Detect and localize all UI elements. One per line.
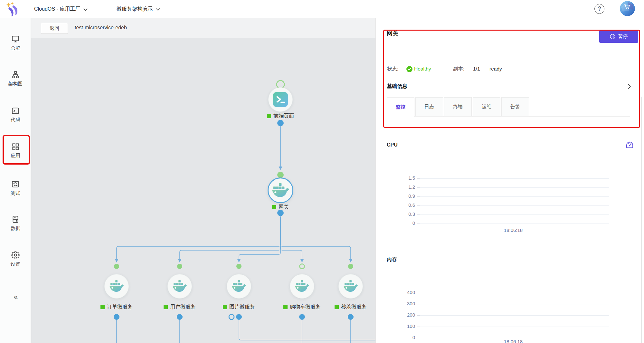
sidebar-item-settings[interactable]: 设置 [0,251,31,267]
gridline [419,304,609,304]
top-header: CloudOS - 应用工厂 微服务架构演示 ? [0,0,644,18]
y-tick: 300 [385,301,415,306]
gridline [419,187,609,188]
docker-whale-icon [295,280,309,292]
panel-tabs: 监控 日志 终端 运维 告警 [387,97,529,117]
docker-whale-icon [109,280,124,292]
gridline [419,205,609,206]
architecture-canvas[interactable]: 前端页面 网关 订单微服务 用户微服务 图片微服务 [31,38,375,343]
node-image-service[interactable] [227,274,251,299]
chevron-right-icon[interactable] [627,84,632,89]
sidebar-item-label: 测试 [0,190,31,196]
page-toolbar: 返回 test-microservice-edeb [31,18,375,38]
y-tick: 200 [385,312,415,318]
tick [417,304,420,304]
database-icon [11,215,20,224]
product-menu[interactable]: CloudOS - 应用工厂 [34,0,88,18]
sidebar-item-label: 应用 [0,153,31,159]
sidebar-item-label: 总览 [0,45,31,51]
help-icon[interactable]: ? [594,4,604,14]
node-frontend[interactable] [268,87,293,112]
node-user-service[interactable] [167,274,192,299]
tab-terminal[interactable]: 终端 [444,97,472,116]
sidebar-item-applications[interactable]: 应用 [0,142,31,159]
tab-alerts[interactable]: 告警 [501,97,529,116]
overview-monitor-icon [11,35,20,43]
back-button[interactable]: 返回 [41,23,68,34]
code-terminal-icon [11,107,20,115]
gridline [419,315,609,316]
x-tick: 18:06:18 [504,227,523,233]
tab-logs[interactable]: 日志 [415,97,443,116]
workspace-menu[interactable]: 微服务架构演示 [117,0,160,18]
sidebar-collapse-button[interactable]: « [0,292,31,301]
panel-scrollbar[interactable] [641,97,642,343]
tick [417,315,420,316]
pause-icon [610,34,615,39]
y-tick: 0.6 [385,202,415,208]
y-tick: 100 [385,323,415,329]
graph-edges [31,38,375,343]
y-tick: 1.5 [385,175,415,181]
gridline [419,327,609,327]
y-tick: 0.9 [385,193,415,199]
sidebar-item-code[interactable]: 代码 [0,107,31,123]
divider [387,51,639,51]
node-gateway[interactable] [268,177,293,203]
healthy-check-icon [406,66,412,72]
node-label-order: 订单微服务 [100,304,133,310]
tick [417,293,420,293]
status-row: 状态: Healthy 副本: 1/1 ready [376,65,644,73]
tick [417,224,420,224]
docker-whale-icon [343,280,358,292]
cloudos-logo-icon [5,2,19,16]
tab-operations[interactable]: 运维 [473,97,500,116]
replicas-label: 副本: [453,65,464,73]
settings-gear-icon [11,251,20,259]
sidebar-item-test[interactable]: 测试 [0,180,31,196]
y-tick: 400 [385,290,415,295]
status-square [223,305,227,309]
sidebar-item-label: 数据 [0,225,31,232]
gauge-icon[interactable] [625,140,634,148]
status-square [335,305,339,309]
gridline [419,196,609,197]
docker-whale-icon [172,280,187,292]
status-square [164,305,168,309]
tab-monitoring[interactable]: 监控 [387,97,414,117]
node-seckill-service[interactable] [338,274,363,299]
node-order-service[interactable] [104,274,129,299]
status-square [272,205,276,209]
gridline [419,178,609,179]
node-label-image: 图片微服务 [223,304,255,310]
replicas-value: 1/1 [473,65,480,73]
pause-button-label: 暂停 [618,33,628,40]
basic-info-heading: 基础信息 [387,83,407,90]
chevron-down-icon [156,8,160,11]
sidebar-item-architecture[interactable]: 架构图 [0,71,31,87]
workspace-menu-label: 微服务架构演示 [117,6,153,13]
node-cart-service[interactable] [290,274,314,299]
user-avatar[interactable] [620,1,635,16]
chevron-down-icon [83,8,88,11]
tick [417,327,420,327]
sidebar-item-label: 架构图 [0,81,31,87]
pause-button[interactable]: 暂停 [599,30,638,43]
sidebar-item-overview[interactable]: 总览 [0,35,31,51]
edge-lines [117,126,375,343]
tick [417,178,420,179]
node-label-cart: 购物车微服务 [283,304,321,310]
status-square [267,114,271,118]
memory-chart-title: 内存 [387,256,397,263]
status-square [100,305,105,309]
status-value: Healthy [414,65,431,73]
cpu-chart-title: CPU [387,142,398,148]
tick [417,187,420,188]
sidebar-item-label: 设置 [0,261,31,267]
panel-title: 网关 [387,30,398,37]
tick [417,205,420,206]
sidebar-item-data[interactable]: 数据 [0,215,31,232]
tick [417,338,420,338]
product-menu-label: CloudOS - 应用工厂 [34,6,80,13]
test-sync-icon [11,180,20,188]
